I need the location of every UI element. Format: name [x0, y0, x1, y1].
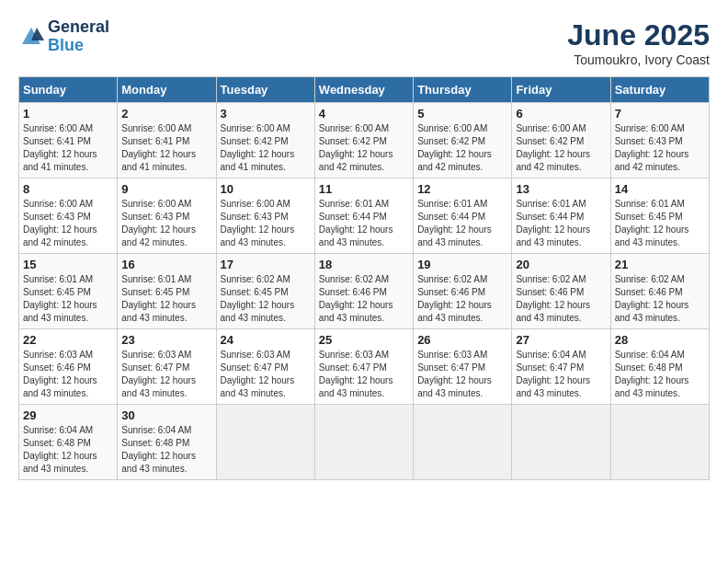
calendar-cell: 25Sunrise: 6:03 AMSunset: 6:47 PMDayligh… [314, 329, 413, 405]
day-number: 20 [516, 258, 606, 271]
day-number: 24 [221, 333, 311, 347]
calendar-cell: 19Sunrise: 6:02 AMSunset: 6:46 PMDayligh… [414, 254, 512, 329]
day-info: Sunrise: 6:02 AMSunset: 6:46 PMDaylight:… [319, 273, 409, 325]
day-number: 4 [319, 107, 409, 121]
day-info: Sunrise: 6:02 AMSunset: 6:45 PMDaylight:… [221, 273, 311, 325]
calendar-cell: 28Sunrise: 6:04 AMSunset: 6:48 PMDayligh… [610, 329, 709, 405]
day-info: Sunrise: 6:00 AMSunset: 6:43 PMDaylight:… [615, 122, 705, 174]
day-number: 27 [516, 333, 606, 347]
col-thursday: Thursday [414, 77, 512, 103]
day-info: Sunrise: 6:03 AMSunset: 6:47 PMDaylight:… [319, 349, 409, 400]
day-info: Sunrise: 6:01 AMSunset: 6:44 PMDaylight:… [319, 198, 409, 249]
day-info: Sunrise: 6:01 AMSunset: 6:45 PMDaylight:… [615, 198, 705, 249]
day-info: Sunrise: 6:03 AMSunset: 6:47 PMDaylight:… [417, 349, 507, 400]
day-number: 10 [221, 182, 311, 196]
day-number: 26 [417, 333, 507, 347]
day-number: 17 [221, 258, 311, 271]
calendar-cell: 6Sunrise: 6:00 AMSunset: 6:42 PMDaylight… [512, 103, 610, 178]
calendar-cell: 5Sunrise: 6:00 AMSunset: 6:42 PMDaylight… [414, 103, 512, 178]
day-info: Sunrise: 6:02 AMSunset: 6:46 PMDaylight:… [417, 273, 507, 325]
day-number: 19 [417, 258, 507, 271]
calendar-cell: 21Sunrise: 6:02 AMSunset: 6:46 PMDayligh… [610, 254, 709, 329]
day-info: Sunrise: 6:00 AMSunset: 6:42 PMDaylight:… [417, 122, 507, 174]
day-number: 3 [221, 107, 311, 121]
day-number: 8 [23, 182, 113, 196]
calendar-cell: 7Sunrise: 6:00 AMSunset: 6:43 PMDaylight… [610, 103, 709, 178]
calendar-cell: 22Sunrise: 6:03 AMSunset: 6:46 PMDayligh… [19, 329, 118, 405]
day-info: Sunrise: 6:00 AMSunset: 6:43 PMDaylight:… [121, 198, 211, 249]
calendar-cell: 20Sunrise: 6:02 AMSunset: 6:46 PMDayligh… [512, 254, 610, 329]
calendar-week-row: 8Sunrise: 6:00 AMSunset: 6:43 PMDaylight… [19, 178, 710, 254]
calendar-table: Sunday Monday Tuesday Wednesday Thursday… [18, 76, 710, 480]
calendar-cell: 13Sunrise: 6:01 AMSunset: 6:44 PMDayligh… [512, 178, 610, 254]
calendar-cell: 4Sunrise: 6:00 AMSunset: 6:42 PMDaylight… [314, 103, 413, 178]
calendar-cell [314, 405, 413, 480]
calendar-body: 1Sunrise: 6:00 AMSunset: 6:41 PMDaylight… [19, 103, 710, 480]
calendar-cell: 2Sunrise: 6:00 AMSunset: 6:41 PMDaylight… [118, 103, 216, 178]
day-number: 28 [615, 333, 705, 347]
day-info: Sunrise: 6:00 AMSunset: 6:42 PMDaylight:… [221, 122, 311, 174]
col-saturday: Saturday [610, 77, 709, 103]
day-info: Sunrise: 6:01 AMSunset: 6:45 PMDaylight:… [121, 273, 211, 325]
day-info: Sunrise: 6:03 AMSunset: 6:47 PMDaylight:… [121, 349, 211, 400]
calendar-cell: 9Sunrise: 6:00 AMSunset: 6:43 PMDaylight… [118, 178, 216, 254]
calendar-cell [414, 405, 512, 480]
calendar-cell: 12Sunrise: 6:01 AMSunset: 6:44 PMDayligh… [414, 178, 512, 254]
day-info: Sunrise: 6:00 AMSunset: 6:42 PMDaylight:… [319, 122, 409, 174]
day-number: 7 [615, 107, 705, 121]
calendar-cell: 8Sunrise: 6:00 AMSunset: 6:43 PMDaylight… [19, 178, 118, 254]
logo: General Blue [18, 18, 109, 55]
day-number: 6 [516, 107, 606, 121]
col-sunday: Sunday [19, 77, 118, 103]
col-friday: Friday [512, 77, 610, 103]
day-info: Sunrise: 6:03 AMSunset: 6:47 PMDaylight:… [221, 349, 311, 400]
calendar-cell: 27Sunrise: 6:04 AMSunset: 6:47 PMDayligh… [512, 329, 610, 405]
day-info: Sunrise: 6:03 AMSunset: 6:46 PMDaylight:… [23, 349, 113, 400]
day-number: 11 [319, 182, 409, 196]
calendar-cell: 23Sunrise: 6:03 AMSunset: 6:47 PMDayligh… [118, 329, 216, 405]
calendar-header: Sunday Monday Tuesday Wednesday Thursday… [19, 77, 710, 103]
day-info: Sunrise: 6:01 AMSunset: 6:44 PMDaylight:… [417, 198, 507, 249]
logo-icon [18, 24, 44, 50]
day-number: 16 [121, 258, 211, 271]
day-number: 13 [516, 182, 606, 196]
col-wednesday: Wednesday [314, 77, 413, 103]
title-block: June 2025 Toumoukro, Ivory Coast [567, 18, 710, 67]
day-info: Sunrise: 6:04 AMSunset: 6:47 PMDaylight:… [516, 349, 606, 400]
calendar-cell: 24Sunrise: 6:03 AMSunset: 6:47 PMDayligh… [216, 329, 314, 405]
calendar-cell: 15Sunrise: 6:01 AMSunset: 6:45 PMDayligh… [19, 254, 118, 329]
calendar-cell: 1Sunrise: 6:00 AMSunset: 6:41 PMDaylight… [19, 103, 118, 178]
calendar-cell: 30Sunrise: 6:04 AMSunset: 6:48 PMDayligh… [118, 405, 216, 480]
day-number: 18 [319, 258, 409, 271]
calendar-cell [512, 405, 610, 480]
day-info: Sunrise: 6:01 AMSunset: 6:45 PMDaylight:… [23, 273, 113, 325]
day-number: 5 [417, 107, 507, 121]
day-number: 9 [121, 182, 211, 196]
day-info: Sunrise: 6:00 AMSunset: 6:41 PMDaylight:… [23, 122, 113, 174]
location-subtitle: Toumoukro, Ivory Coast [567, 52, 710, 67]
calendar-cell: 17Sunrise: 6:02 AMSunset: 6:45 PMDayligh… [216, 254, 314, 329]
col-tuesday: Tuesday [216, 77, 314, 103]
logo-text: General Blue [48, 18, 109, 55]
day-info: Sunrise: 6:00 AMSunset: 6:42 PMDaylight:… [516, 122, 606, 174]
day-number: 12 [417, 182, 507, 196]
day-number: 14 [615, 182, 705, 196]
calendar-cell: 14Sunrise: 6:01 AMSunset: 6:45 PMDayligh… [610, 178, 709, 254]
day-info: Sunrise: 6:04 AMSunset: 6:48 PMDaylight:… [615, 349, 705, 400]
day-info: Sunrise: 6:02 AMSunset: 6:46 PMDaylight:… [516, 273, 606, 325]
calendar-cell: 29Sunrise: 6:04 AMSunset: 6:48 PMDayligh… [19, 405, 118, 480]
day-number: 22 [23, 333, 113, 347]
calendar-cell [216, 405, 314, 480]
calendar-week-row: 22Sunrise: 6:03 AMSunset: 6:46 PMDayligh… [19, 329, 710, 405]
day-info: Sunrise: 6:04 AMSunset: 6:48 PMDaylight:… [23, 424, 113, 476]
calendar-cell: 11Sunrise: 6:01 AMSunset: 6:44 PMDayligh… [314, 178, 413, 254]
month-title: June 2025 [567, 18, 710, 52]
day-number: 30 [121, 408, 211, 422]
day-info: Sunrise: 6:00 AMSunset: 6:41 PMDaylight:… [121, 122, 211, 174]
day-info: Sunrise: 6:04 AMSunset: 6:48 PMDaylight:… [121, 424, 211, 476]
calendar-cell [610, 405, 709, 480]
day-info: Sunrise: 6:01 AMSunset: 6:44 PMDaylight:… [516, 198, 606, 249]
page-header: General Blue June 2025 Toumoukro, Ivory … [18, 18, 710, 67]
calendar-week-row: 1Sunrise: 6:00 AMSunset: 6:41 PMDaylight… [19, 103, 710, 178]
day-number: 29 [23, 408, 113, 422]
